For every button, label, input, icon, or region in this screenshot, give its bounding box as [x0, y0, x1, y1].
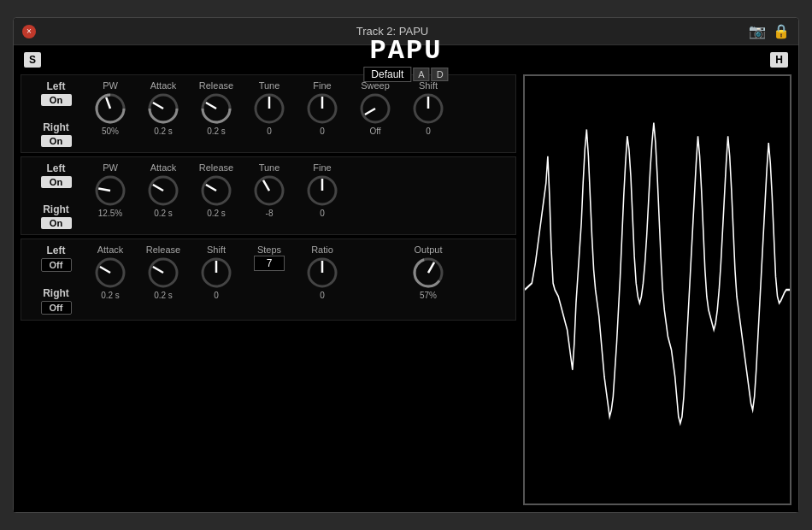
preset-name[interactable]: Default — [363, 67, 411, 82]
lr-col-1: Left On Right On — [28, 80, 84, 147]
logo-area: PAPU Default A D — [363, 38, 448, 82]
fine-label-1: Fine — [313, 80, 331, 91]
output-knob[interactable] — [411, 256, 445, 290]
release-value-1: 0.2 s — [207, 127, 226, 136]
left-label-1: Left — [47, 80, 66, 92]
steps-label: Steps — [257, 244, 281, 255]
attack-knob-2[interactable] — [146, 174, 180, 208]
lock-icon[interactable]: 🔒 — [773, 23, 790, 39]
ratio-value: 0 — [320, 291, 325, 300]
release-label-3: Release — [146, 244, 180, 255]
attack-knob-col-3: Attack 0.2 s — [84, 244, 137, 300]
release-knob-1[interactable] — [199, 91, 233, 126]
steps-input[interactable] — [254, 256, 285, 271]
attack-label-1: Attack — [150, 80, 177, 91]
svg-line-20 — [153, 185, 163, 191]
section-3: Left Off Right Off Attack 0 — [21, 238, 516, 321]
svg-line-24 — [263, 180, 269, 191]
svg-line-14 — [365, 109, 375, 115]
sweep-knob-col-1: Sweep Off — [349, 80, 402, 136]
camera-icon[interactable]: 📷 — [749, 23, 766, 39]
tune-knob-1[interactable] — [252, 91, 286, 126]
svg-line-5 — [153, 103, 163, 109]
steps-col: Steps — [243, 244, 296, 289]
svg-line-28 — [100, 267, 110, 273]
pw-value-1: 50% — [102, 127, 119, 136]
release-value-2: 0.2 s — [207, 209, 226, 218]
tune-knob-col-1: Tune 0 — [243, 80, 296, 136]
pw-label-2: PW — [103, 162, 118, 173]
svg-line-37 — [428, 262, 434, 273]
waveform-display — [523, 74, 791, 505]
plugin-body: S PAPU Default A D H Left — [14, 45, 798, 512]
plugin-header: S PAPU Default A D H — [14, 45, 798, 71]
fine-knob-2[interactable] — [305, 174, 339, 208]
pw-knob-col-1: PW 50% — [84, 80, 137, 136]
release-knob-3[interactable] — [146, 256, 180, 290]
fine-knob-col-2: Fine 0 — [296, 162, 349, 218]
fine-knob-1[interactable] — [305, 91, 339, 126]
right-label-2: Right — [43, 203, 69, 215]
lr-col-2: Left On Right On — [28, 162, 84, 229]
preset-d-button[interactable]: D — [432, 68, 449, 81]
left-btn-2[interactable]: On — [41, 176, 72, 188]
right-label-1: Right — [43, 121, 69, 133]
shift-knob-1[interactable] — [411, 91, 445, 126]
left-btn-1[interactable]: On — [41, 94, 72, 106]
section-2: Left On Right On PW 12.5% — [21, 156, 516, 235]
ratio-knob[interactable] — [305, 256, 339, 290]
left-label-2: Left — [47, 162, 66, 174]
pw-knob-1[interactable] — [93, 91, 127, 126]
left-btn-3[interactable]: Off — [41, 258, 72, 272]
shift-knob-3[interactable] — [199, 256, 233, 290]
main-content: Left On Right On PW — [14, 71, 798, 512]
ratio-label: Ratio — [311, 244, 333, 255]
title-bar-left: × — [22, 25, 36, 38]
svg-line-18 — [98, 189, 110, 191]
pw-knob-2[interactable] — [93, 174, 127, 208]
tune-knob-2[interactable] — [252, 174, 286, 208]
pw-value-2: 12.5% — [98, 209, 122, 218]
pw-knob-col-2: PW 12.5% — [84, 162, 137, 218]
release-knob-col-2: Release 0.2 s — [190, 162, 243, 218]
tune-label-2: Tune — [259, 162, 280, 173]
right-btn-2[interactable]: On — [41, 217, 72, 229]
shift-value-3: 0 — [214, 291, 219, 300]
logo-text: PAPU — [370, 38, 443, 65]
h-button[interactable]: H — [770, 52, 788, 68]
preset-a-button[interactable]: A — [413, 68, 429, 81]
fine-label-2: Fine — [313, 162, 331, 173]
attack-value-3: 0.2 s — [101, 291, 120, 300]
release-knob-2[interactable] — [199, 174, 233, 208]
svg-line-8 — [206, 103, 216, 109]
lr-col-3: Left Off Right Off — [28, 244, 84, 315]
preset-area: Default A D — [363, 67, 448, 82]
tune-value-2: -8 — [266, 209, 274, 218]
shift-value-1: 0 — [426, 127, 431, 136]
attack-knob-3[interactable] — [93, 256, 127, 290]
attack-knob-1[interactable] — [146, 91, 180, 126]
shift-knob-col-3: Shift 0 — [190, 244, 243, 300]
s-button[interactable]: S — [24, 52, 41, 68]
sweep-value-1: Off — [369, 127, 380, 136]
tune-knob-col-2: Tune -8 — [243, 162, 296, 218]
controls-panel: Left On Right On PW — [21, 74, 516, 505]
close-button[interactable]: × — [22, 25, 36, 38]
right-btn-1[interactable]: On — [41, 135, 72, 147]
fine-knob-col-1: Fine 0 — [296, 80, 349, 136]
fine-value-1: 0 — [320, 127, 325, 136]
right-btn-3[interactable]: Off — [41, 301, 72, 315]
tune-label-1: Tune — [259, 80, 280, 91]
output-label: Output — [414, 244, 442, 255]
release-knob-col-1: Release 0.2 s — [190, 80, 243, 136]
sweep-knob-1[interactable] — [358, 91, 392, 126]
attack-label-2: Attack — [150, 162, 177, 173]
attack-knob-col-2: Attack 0.2 s — [137, 162, 190, 218]
output-knob-col: Output 57% — [402, 244, 455, 300]
svg-line-2 — [106, 97, 110, 109]
ratio-knob-col: Ratio 0 — [296, 244, 349, 300]
attack-knob-col-1: Attack 0.2 s — [137, 80, 190, 136]
section-1: Left On Right On PW — [21, 74, 516, 153]
pw-label-1: PW — [103, 80, 118, 91]
fine-value-2: 0 — [320, 209, 325, 218]
